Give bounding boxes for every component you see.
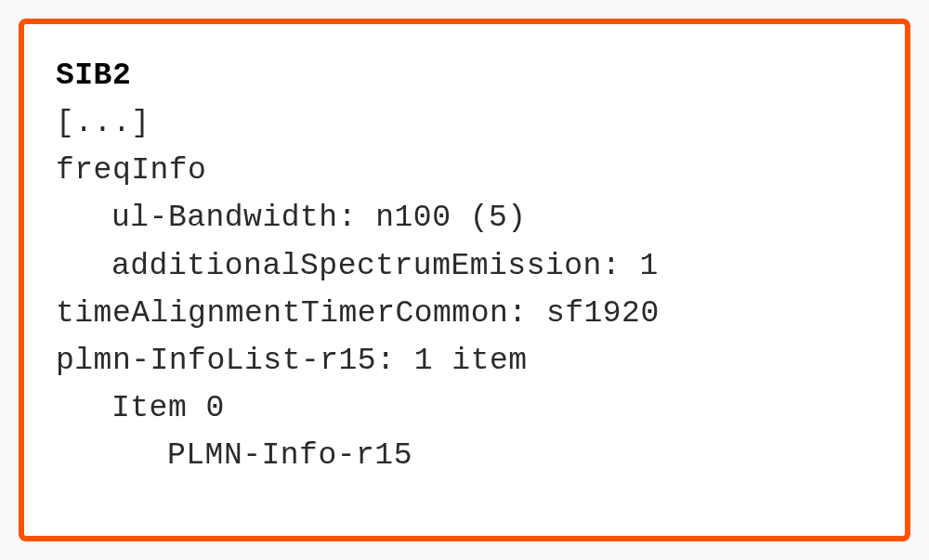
item0-line: Item 0 bbox=[56, 384, 873, 432]
time-alignment-line: timeAlignmentTimerCommon: sf1920 bbox=[56, 290, 873, 337]
additional-spectrum-line: additionalSpectrumEmission: 1 bbox=[56, 242, 873, 290]
upper-layer-line-container: upperLayerIndication-r15: true bbox=[56, 479, 873, 560]
plmn-info-line: PLMN-Info-r15 bbox=[56, 432, 873, 479]
ellipsis-line: [...] bbox=[56, 99, 873, 147]
sib2-title: SIB2 bbox=[56, 52, 873, 99]
code-container: SIB2 [...] freqInfo ul-Bandwidth: n100 (… bbox=[19, 19, 910, 541]
freqinfo-line: freqInfo bbox=[56, 147, 873, 194]
plmn-infolist-line: plmn-InfoList-r15: 1 item bbox=[56, 337, 873, 384]
ul-bandwidth-line: ul-Bandwidth: n100 (5) bbox=[56, 194, 873, 241]
